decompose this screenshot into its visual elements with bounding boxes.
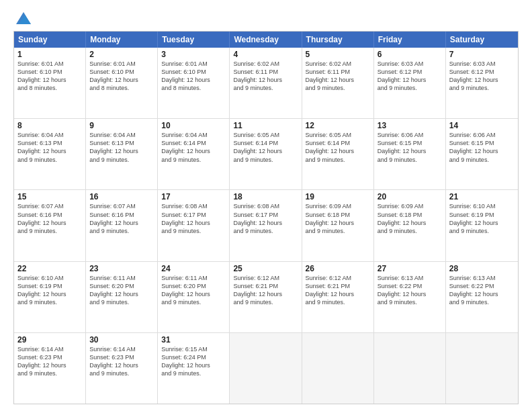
calendar-cell: 21Sunrise: 6:10 AMSunset: 6:19 PMDayligh… [446, 190, 518, 261]
cell-info-line: Sunset: 6:21 PM [306, 282, 370, 290]
cell-info-line: Sunrise: 6:12 AM [306, 274, 370, 282]
calendar-cell: 18Sunrise: 6:08 AMSunset: 6:17 PMDayligh… [230, 190, 302, 261]
cell-info-line: Sunrise: 6:15 AM [161, 345, 226, 353]
cell-info-line: and 9 minutes. [378, 298, 442, 306]
cell-info-line: Daylight: 12 hours [17, 361, 82, 369]
cell-info-line: Sunset: 6:18 PM [378, 211, 442, 219]
cell-info-line: and 9 minutes. [306, 84, 370, 92]
calendar-cell: 28Sunrise: 6:13 AMSunset: 6:22 PMDayligh… [446, 262, 518, 332]
cell-info-line: Sunset: 6:14 PM [233, 139, 298, 147]
day-number: 14 [449, 121, 515, 130]
cell-info-line: Sunrise: 6:05 AM [306, 131, 370, 139]
day-number: 6 [378, 50, 442, 59]
cell-info-line: Sunset: 6:10 PM [89, 68, 154, 76]
cell-info-line: Daylight: 12 hours [306, 290, 370, 298]
header-day-tuesday: Tuesday [158, 32, 230, 48]
cell-info-line: Sunset: 6:21 PM [233, 282, 298, 290]
calendar-cell: 4Sunrise: 6:02 AMSunset: 6:11 PMDaylight… [230, 48, 302, 118]
cell-info-line: and 9 minutes. [17, 227, 82, 235]
calendar: SundayMondayTuesdayWednesdayThursdayFrid… [13, 31, 519, 404]
cell-info-line: Sunrise: 6:05 AM [233, 131, 298, 139]
cell-info-line: Sunset: 6:23 PM [17, 353, 82, 361]
day-number: 12 [306, 121, 370, 130]
calendar-cell [302, 333, 374, 404]
cell-info-line: Sunset: 6:17 PM [161, 211, 226, 219]
day-number: 1 [17, 50, 82, 59]
cell-info-line: Sunrise: 6:06 AM [449, 131, 515, 139]
logo [13, 12, 32, 24]
cell-info-line: Sunrise: 6:08 AM [161, 202, 226, 210]
cell-info-line: Sunset: 6:11 PM [306, 68, 370, 76]
cell-info-line: Daylight: 12 hours [161, 219, 226, 227]
cell-info-line: and 9 minutes. [161, 227, 226, 235]
cell-info-line: and 9 minutes. [89, 369, 154, 377]
cell-info-line: Sunrise: 6:01 AM [17, 60, 82, 68]
cell-info-line: Sunset: 6:16 PM [17, 211, 82, 219]
cell-info-line: Daylight: 12 hours [17, 219, 82, 227]
cell-info-line: and 9 minutes. [449, 227, 515, 235]
cell-info-line: Daylight: 12 hours [233, 76, 298, 84]
cell-info-line: Daylight: 12 hours [378, 147, 442, 155]
cell-info-line: Daylight: 12 hours [306, 147, 370, 155]
cell-info-line: Sunrise: 6:14 AM [17, 345, 82, 353]
cell-info-line: Sunset: 6:22 PM [449, 282, 515, 290]
cell-info-line: Daylight: 12 hours [233, 290, 298, 298]
cell-info-line: Sunrise: 6:07 AM [17, 202, 82, 210]
cell-info-line: Daylight: 12 hours [306, 76, 370, 84]
calendar-cell: 10Sunrise: 6:04 AMSunset: 6:14 PMDayligh… [158, 119, 230, 189]
cell-info-line: Sunset: 6:15 PM [449, 139, 515, 147]
cell-info-line: and 9 minutes. [378, 156, 442, 164]
cell-info-line: Daylight: 12 hours [17, 147, 82, 155]
cell-info-line: Sunrise: 6:07 AM [89, 202, 154, 210]
header-day-thursday: Thursday [302, 32, 374, 48]
calendar-row-5: 29Sunrise: 6:14 AMSunset: 6:23 PMDayligh… [14, 332, 518, 404]
cell-info-line: Sunset: 6:13 PM [17, 139, 82, 147]
cell-info-line: Sunrise: 6:14 AM [89, 345, 154, 353]
day-number: 13 [378, 121, 442, 130]
cell-info-line: and 8 minutes. [17, 84, 82, 92]
cell-info-line: Sunrise: 6:01 AM [161, 60, 226, 68]
calendar-cell: 16Sunrise: 6:07 AMSunset: 6:16 PMDayligh… [86, 190, 158, 261]
day-number: 5 [306, 50, 370, 59]
header-day-saturday: Saturday [446, 32, 518, 48]
cell-info-line: Sunset: 6:10 PM [161, 68, 226, 76]
calendar-body: 1Sunrise: 6:01 AMSunset: 6:10 PMDaylight… [14, 48, 518, 404]
cell-info-line: and 9 minutes. [161, 298, 226, 306]
cell-info-line: Sunset: 6:23 PM [89, 353, 154, 361]
cell-info-line: Daylight: 12 hours [449, 290, 515, 298]
cell-info-line: Sunset: 6:12 PM [449, 68, 515, 76]
cell-info-line: Daylight: 12 hours [89, 147, 154, 155]
cell-info-line: Sunset: 6:22 PM [378, 282, 442, 290]
cell-info-line: Sunrise: 6:04 AM [17, 131, 82, 139]
day-number: 20 [378, 192, 442, 201]
cell-info-line: and 8 minutes. [161, 84, 226, 92]
cell-info-line: and 9 minutes. [161, 156, 226, 164]
calendar-cell: 29Sunrise: 6:14 AMSunset: 6:23 PMDayligh… [14, 333, 86, 404]
cell-info-line: Daylight: 12 hours [89, 76, 154, 84]
cell-info-line: Sunrise: 6:13 AM [449, 274, 515, 282]
day-number: 17 [161, 192, 226, 201]
cell-info-line: Daylight: 12 hours [233, 219, 298, 227]
cell-info-line: Sunset: 6:11 PM [233, 68, 298, 76]
calendar-cell: 20Sunrise: 6:09 AMSunset: 6:18 PMDayligh… [374, 190, 446, 261]
cell-info-line: Sunrise: 6:10 AM [17, 274, 82, 282]
header-day-friday: Friday [374, 32, 446, 48]
cell-info-line: Sunset: 6:19 PM [449, 211, 515, 219]
cell-info-line: Sunset: 6:17 PM [233, 211, 298, 219]
calendar-row-3: 15Sunrise: 6:07 AMSunset: 6:16 PMDayligh… [14, 189, 518, 261]
calendar-row-4: 22Sunrise: 6:10 AMSunset: 6:19 PMDayligh… [14, 261, 518, 332]
cell-info-line: Sunset: 6:13 PM [89, 139, 154, 147]
cell-info-line: Sunrise: 6:04 AM [89, 131, 154, 139]
calendar-header: SundayMondayTuesdayWednesdayThursdayFrid… [14, 32, 518, 48]
day-number: 30 [89, 335, 154, 345]
calendar-cell: 1Sunrise: 6:01 AMSunset: 6:10 PMDaylight… [14, 48, 86, 118]
day-number: 16 [89, 192, 154, 201]
calendar-cell: 5Sunrise: 6:02 AMSunset: 6:11 PMDaylight… [302, 48, 374, 118]
cell-info-line: and 9 minutes. [449, 156, 515, 164]
calendar-cell: 15Sunrise: 6:07 AMSunset: 6:16 PMDayligh… [14, 190, 86, 261]
cell-info-line: and 9 minutes. [17, 369, 82, 377]
calendar-cell: 9Sunrise: 6:04 AMSunset: 6:13 PMDaylight… [86, 119, 158, 189]
cell-info-line: and 9 minutes. [89, 298, 154, 306]
day-number: 7 [449, 50, 515, 59]
cell-info-line: Sunset: 6:12 PM [378, 68, 442, 76]
